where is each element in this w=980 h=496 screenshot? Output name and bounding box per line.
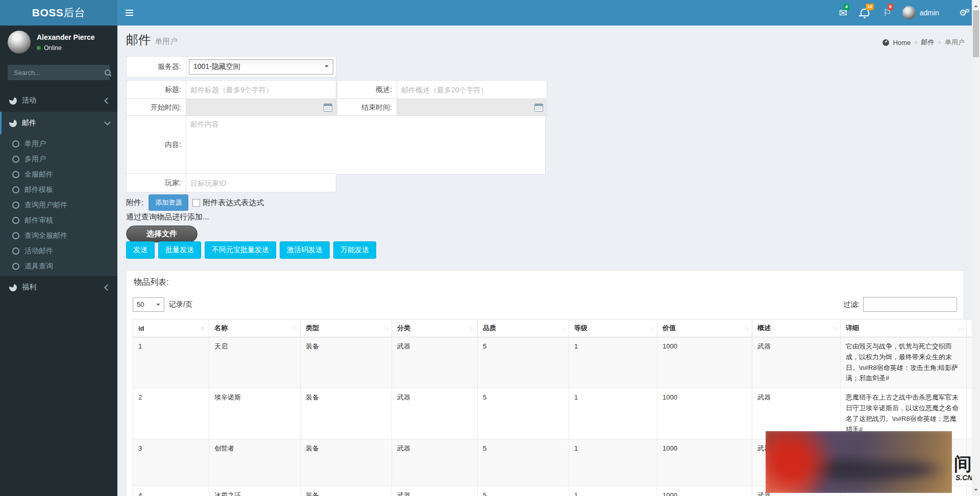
page-size-select[interactable]: 50	[133, 297, 164, 312]
settings-button[interactable]: ⚙⚙	[959, 8, 968, 18]
cell-id: 2	[133, 388, 209, 439]
end-time-input[interactable]	[397, 99, 547, 116]
mail-submenu-item[interactable]: 查询用户邮件	[0, 197, 117, 213]
sort-icon: ↑↓	[832, 326, 838, 331]
mail-submenu-item[interactable]: 道具查询	[0, 259, 117, 274]
app-window: BOSS后台 ✉ 4 10 ⚐ 9 admin ⚙⚙	[0, 0, 980, 496]
mail-submenu-item[interactable]: 多用户	[0, 152, 117, 167]
chevron-down-icon	[104, 119, 111, 126]
column-header[interactable]: 分类 ↑↓	[392, 319, 478, 337]
player-label: 玩家:	[127, 174, 186, 192]
column-header[interactable]: 类型 ↑↓	[301, 319, 392, 337]
end-time-label: 结束时间:	[337, 99, 397, 117]
sidebar-item-welfare[interactable]: 福利	[0, 276, 117, 299]
sidebar-user-status[interactable]: Online	[37, 44, 95, 52]
column-header[interactable]: 品质 ↑↓	[478, 319, 569, 337]
send-button[interactable]: 激活码发送	[280, 241, 330, 259]
column-header[interactable]: 名称 ↑↓	[209, 319, 301, 337]
mail-summary-input[interactable]	[397, 81, 547, 98]
sort-icon: ↑↓	[744, 326, 749, 331]
cell-type: 装备	[301, 486, 392, 496]
cell-value: 1000	[657, 337, 752, 388]
top-navbar: ✉ 4 10 ⚐ 9 admin ⚙⚙	[117, 0, 980, 26]
player-id-input[interactable]	[186, 174, 336, 192]
cell-id: 1	[133, 337, 209, 388]
calendar-icon[interactable]	[324, 104, 332, 112]
search-icon[interactable]	[105, 69, 111, 76]
cell-level: 1	[569, 439, 657, 486]
send-button[interactable]: 万能发送	[333, 241, 376, 259]
send-buttons-row: 发送 批量发送 不同元宝批量发送 激活码发送 万能发送	[126, 241, 376, 259]
column-header[interactable]: 操作 ↑↓	[967, 319, 972, 337]
tasks-menu[interactable]: ⚐ 9	[880, 0, 894, 26]
mail-submenu-item[interactable]: 活动邮件	[0, 243, 117, 259]
scrollbar-thumb[interactable]	[973, 10, 979, 57]
mail-title-input[interactable]	[186, 81, 336, 98]
page-scrollbar[interactable]	[972, 0, 980, 496]
cell-category: 武器	[392, 337, 478, 388]
sort-icon: ↑↓	[292, 326, 298, 331]
column-header[interactable]: id ↑↓	[133, 319, 209, 337]
attachment-expression-checkbox[interactable]	[192, 199, 200, 207]
cell-id: 3	[133, 439, 209, 486]
mail-submenu-item[interactable]: 邮件审核	[0, 213, 117, 228]
cell-value: 1000	[657, 388, 752, 439]
watermark-text-latin: S.CN	[955, 474, 972, 482]
send-button[interactable]: 不同元宝批量发送	[205, 241, 276, 259]
cell-quality: 5	[478, 439, 569, 486]
sort-icon: ↑↓	[384, 326, 389, 331]
column-header[interactable]: 价值 ↑↓	[657, 319, 752, 337]
table-header-row: id ↑↓ 名称 ↑↓ 类型 ↑↓	[133, 319, 972, 337]
gear-small-icon: ⚙	[965, 8, 968, 14]
notifications-menu[interactable]: 10	[859, 0, 872, 26]
column-header[interactable]: 详细 ↑↓	[841, 319, 967, 337]
start-time-input[interactable]	[186, 99, 336, 116]
sidebar-search-input[interactable]	[13, 68, 105, 77]
column-header[interactable]: 概述 ↑↓	[752, 319, 841, 337]
scrollbar-down-arrow[interactable]	[974, 489, 978, 493]
send-button[interactable]: 发送	[126, 241, 155, 259]
scrollbar-up-arrow[interactable]	[974, 3, 978, 7]
sidebar-toggle-button[interactable]	[117, 0, 141, 26]
attachment-hint: 通过查询物品进行添加...	[126, 212, 209, 222]
column-header[interactable]: 等级 ↑↓	[569, 319, 657, 337]
mail-submenu-item[interactable]: 查询全服邮件	[0, 228, 117, 243]
circle-o-icon	[12, 186, 19, 193]
mail-submenu-item[interactable]: 单用户	[0, 136, 117, 152]
sidebar-item-activity[interactable]: 活动	[0, 89, 117, 112]
attachment-checkbox-label: 附件表达式表达式	[203, 198, 264, 208]
sidebar-search	[8, 65, 110, 80]
content-area: 邮件 单用户 Home > 邮件 > 单用户 服务器: 1001-隐藏空间 标题…	[117, 26, 972, 496]
user-menu[interactable]: admin	[902, 0, 939, 26]
sidebar: Alexander Pierce Online 活动 邮件	[0, 26, 117, 496]
calendar-icon[interactable]	[534, 104, 543, 112]
server-select[interactable]: 1001-隐藏空间	[189, 59, 333, 75]
circle-o-icon	[12, 140, 19, 147]
sidebar-user-name: Alexander Pierce	[37, 33, 95, 41]
circle-o-icon	[12, 247, 19, 255]
choose-file-button[interactable]: 选择文件	[126, 226, 198, 242]
sidebar-item-mail[interactable]: 邮件	[0, 112, 117, 134]
breadcrumb-home-link[interactable]: Home	[893, 39, 911, 46]
filter-input[interactable]	[863, 297, 957, 312]
summary-label: 概述:	[337, 81, 397, 99]
notifications-badge: 10	[866, 4, 874, 10]
breadcrumb-section-link[interactable]: 邮件	[921, 38, 935, 47]
dashboard-icon	[883, 39, 889, 46]
cell-summary: 武器	[752, 337, 841, 388]
mail-submenu-item[interactable]: 全服邮件	[0, 167, 117, 182]
cell-name: 冰霜之证	[209, 486, 301, 496]
app-logo[interactable]: BOSS后台	[0, 0, 117, 26]
sort-icon: ↑↓	[649, 326, 654, 331]
content-row: 内容:	[126, 115, 546, 175]
messages-menu[interactable]: ✉ 4	[837, 0, 850, 26]
mail-content-textarea[interactable]	[186, 116, 545, 174]
add-resource-button[interactable]: 添加资源	[149, 194, 188, 211]
messages-badge: 4	[844, 4, 849, 10]
table-row: 1 天启 装备 武器 5 1 1000 武器 它由毁灭与战争，饥荒与死亡交织而成…	[133, 337, 972, 388]
cell-id: 4	[133, 486, 209, 496]
user-avatar	[902, 6, 916, 19]
breadcrumb-current: 单用户	[945, 38, 965, 47]
send-button[interactable]: 批量发送	[158, 241, 201, 259]
mail-submenu-item[interactable]: 邮件模板	[0, 182, 117, 197]
